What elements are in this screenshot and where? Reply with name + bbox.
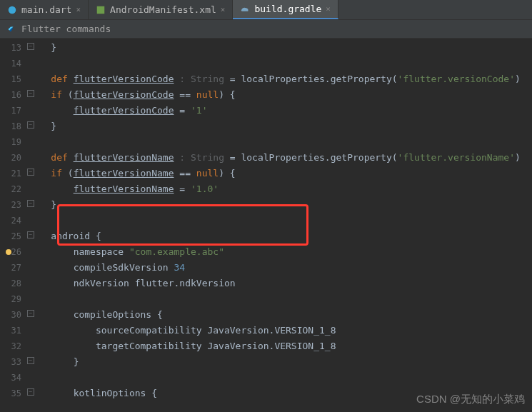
gutter: 1314151617181920212223242526272829303132… bbox=[0, 39, 29, 401]
flutter-commands-banner[interactable]: Flutter commands bbox=[0, 20, 532, 39]
fold-icon[interactable]: − bbox=[27, 231, 34, 238]
line-number: 34 bbox=[0, 370, 29, 386]
svg-rect-1 bbox=[97, 6, 105, 14]
line-number: 20 bbox=[0, 150, 29, 166]
line-number: 27 bbox=[0, 260, 29, 276]
line-number: 22 bbox=[0, 181, 29, 197]
line-number: 16 bbox=[0, 87, 29, 103]
line-number: 28 bbox=[0, 276, 29, 291]
line-number: 29 bbox=[0, 291, 29, 307]
line-number: 13 bbox=[0, 40, 29, 56]
warning-icon[interactable] bbox=[6, 249, 11, 255]
close-icon[interactable]: × bbox=[221, 5, 226, 14]
close-icon[interactable]: × bbox=[76, 5, 81, 14]
line-number: 26 bbox=[0, 244, 29, 260]
line-number: 14 bbox=[0, 56, 29, 71]
watermark: CSDN @无知的小菜鸡 bbox=[416, 393, 525, 406]
line-number: 17 bbox=[0, 103, 29, 119]
fold-icon[interactable]: − bbox=[27, 121, 34, 129]
line-number: 33 bbox=[0, 354, 29, 370]
tab-label: main.dart bbox=[21, 4, 71, 15]
line-number: 15 bbox=[0, 71, 29, 87]
line-number: 35 bbox=[0, 386, 29, 401]
line-number: 18 bbox=[0, 119, 29, 134]
fold-icon[interactable]: − bbox=[27, 310, 34, 317]
fold-icon[interactable]: − bbox=[27, 90, 34, 97]
line-number: 31 bbox=[0, 323, 29, 338]
line-number: 30 bbox=[0, 307, 29, 323]
tab-bar: main.dart × AndroidManifest.xml × build.… bbox=[0, 0, 532, 20]
fold-icon[interactable]: − bbox=[27, 200, 34, 207]
dart-icon bbox=[7, 5, 17, 15]
line-number: 19 bbox=[0, 134, 29, 150]
tab-label: AndroidManifest.xml bbox=[110, 4, 216, 15]
tab-android-manifest[interactable]: AndroidManifest.xml × bbox=[89, 0, 233, 19]
fold-icon[interactable]: − bbox=[27, 357, 34, 364]
gradle-icon bbox=[240, 4, 250, 14]
code-area[interactable]: − } def flutterVersionCode : String = lo… bbox=[29, 39, 532, 401]
line-number: 21 bbox=[0, 166, 29, 181]
svg-point-0 bbox=[9, 6, 16, 14]
code-editor[interactable]: 1314151617181920212223242526272829303132… bbox=[0, 39, 532, 401]
xml-icon bbox=[96, 5, 106, 15]
tab-label: build.gradle bbox=[254, 4, 321, 14]
fold-icon[interactable]: − bbox=[27, 388, 34, 396]
line-number: 23 bbox=[0, 197, 29, 213]
line-number: 24 bbox=[0, 213, 29, 228]
close-icon[interactable]: × bbox=[326, 4, 331, 14]
flutter-icon bbox=[6, 24, 16, 34]
tab-main-dart[interactable]: main.dart × bbox=[0, 0, 89, 19]
fold-icon[interactable]: − bbox=[27, 43, 34, 50]
line-number: 25 bbox=[0, 228, 29, 244]
line-number: 32 bbox=[0, 338, 29, 354]
tab-build-gradle[interactable]: build.gradle × bbox=[233, 0, 338, 19]
banner-label: Flutter commands bbox=[21, 24, 111, 34]
fold-icon[interactable]: − bbox=[27, 169, 34, 176]
